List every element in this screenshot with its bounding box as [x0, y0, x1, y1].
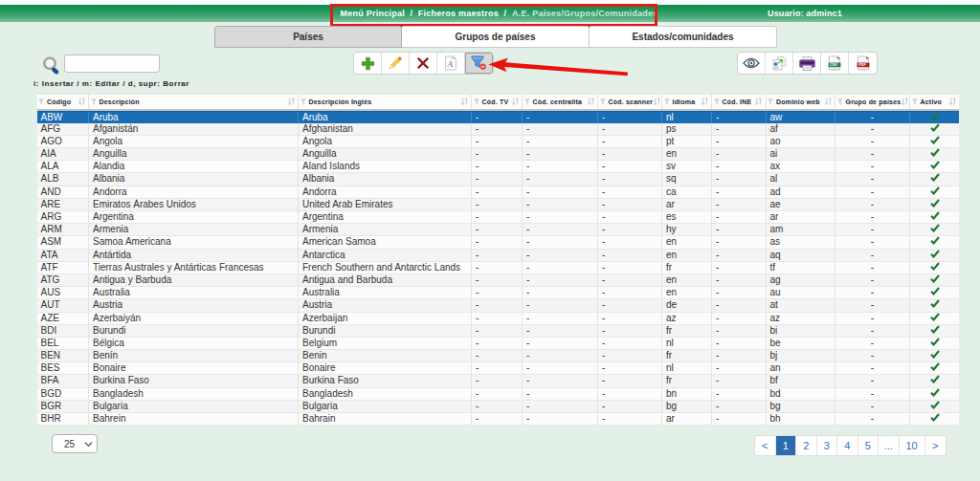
svg-text:A: A — [447, 59, 454, 69]
svg-text:CSV: CSV — [830, 63, 837, 67]
svg-text:PDF: PDF — [858, 63, 866, 67]
